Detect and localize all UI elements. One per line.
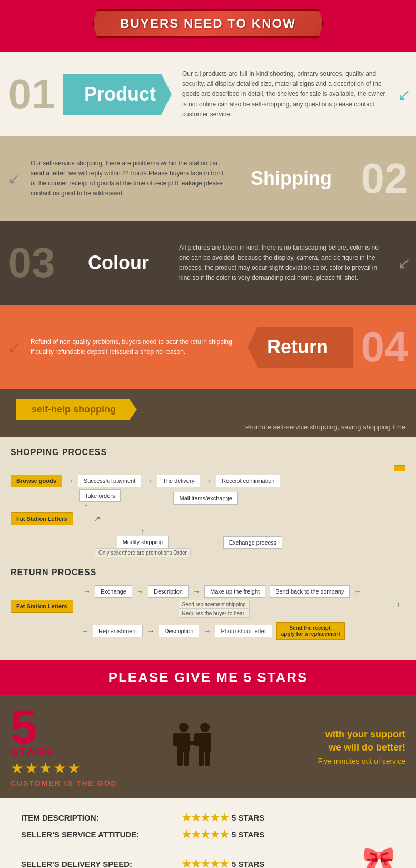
svg-rect-9 — [206, 733, 211, 746]
praise-box — [394, 465, 405, 471]
arrow-left-02: ↙ — [0, 170, 20, 188]
self-help-subtitle: Promote self-service shopping, saving sh… — [0, 423, 416, 431]
svg-rect-2 — [173, 733, 179, 746]
svg-rect-11 — [205, 750, 210, 766]
stars-header-title: PLEASE GIVE ME 5 STARS — [0, 669, 416, 686]
take-orders-box: Take orders — [79, 489, 121, 502]
arrow-left-04: ↙ — [0, 339, 20, 356]
modify-shipping-note: Only sellerthere are promotions Order — [95, 548, 191, 557]
support-sub-text: Five minutes out of service — [272, 757, 405, 765]
section-return: ↙ Refund of non-quality problems, buyers… — [0, 305, 416, 389]
self-help-banner: self-help shopping Promote self-service … — [0, 389, 416, 437]
rating-stars-2: ★★★★★ — [182, 828, 229, 841]
description-box1: Description — [148, 585, 189, 598]
arrow2: → — [145, 477, 153, 485]
red-bar — [0, 44, 416, 52]
receipt-confirmation-box: Receipt confirmation — [216, 475, 280, 487]
return-process-title: RETURN PROCESS — [11, 568, 405, 577]
section-colour: 03 Colour All pictures are taken in kind… — [0, 221, 416, 305]
rating-score-2: 5 STARS — [232, 830, 264, 839]
gold-bow: 🎀 — [362, 845, 395, 868]
rating-score-3: 5 STARS — [232, 860, 264, 869]
customer-label: CUSTOMER IS THE GOD — [11, 779, 117, 787]
rating-label-1: ITEM DESCRIPTION: — [21, 813, 179, 822]
svg-rect-12 — [188, 741, 201, 745]
send-receipt-box: Send the receipt,apply for a replacement — [276, 622, 345, 640]
ret-arrow6: → — [147, 627, 154, 635]
section-04-desc: Refund of non-quality problems, buyers n… — [20, 332, 247, 362]
rating-label-2: SELLER'S SERVICE ATTITUDE: — [21, 830, 179, 839]
fat-station-letters-box: Fat Station Letters — [11, 512, 73, 525]
photo-shoot-letter-box: Photo shoot letter — [215, 625, 272, 637]
section-shipping: ↙ Our self-service shopping, there are p… — [0, 136, 416, 221]
process-section: SHOPPING PROCESS Browse goods → Successf… — [0, 437, 416, 660]
rating-row-1: ITEM DESCRIPTION: ★★★★★ 5 STARS — [21, 811, 395, 824]
arrow4: ↗ — [94, 515, 101, 523]
successful-payment-box: Successful payment — [78, 475, 141, 487]
section-01-label: Product — [63, 74, 172, 115]
return-shipping-note2: Requires the buyer to bear — [179, 609, 250, 618]
replenishment-box: Replenishment — [93, 625, 143, 637]
header-section: BUYERS NEED TO KNOW — [0, 0, 416, 44]
section-product: 01 Product Our all products are full in-… — [0, 52, 416, 136]
support-main-text: with your supportwe will do better! — [272, 728, 405, 754]
silhouette-area — [128, 719, 262, 774]
section-01-desc: Our all products are full in-kind shooti… — [172, 64, 398, 125]
ret-arrow5: → — [81, 627, 88, 635]
return-shipping-note: Send replacement shipping — [179, 600, 250, 609]
stars-content: 5 STARS ★★★★★ CUSTOMER IS THE GOD wi — [0, 695, 416, 798]
exchange-process-box: Exchange process — [223, 536, 283, 549]
section-02-label: Shipping — [235, 158, 353, 199]
section-03-num: 03 — [0, 242, 63, 284]
send-back-company-box: Send back to the company — [270, 585, 350, 598]
arrow-right-01: ↙ — [398, 85, 416, 104]
mail-items-box: Mail items/exchange — [173, 492, 237, 505]
support-text: with your supportwe will do better! Five… — [272, 728, 405, 765]
header-title: BUYERS NEED TO KNOW — [120, 16, 296, 31]
shopping-flow-row1: Browse goods → Successful payment → The … — [11, 475, 405, 487]
ret-arrow4: ← — [354, 587, 361, 596]
svg-rect-10 — [199, 750, 204, 766]
rating-row-2: SELLER'S SERVICE ATTITUDE: ★★★★★ 5 STARS — [21, 828, 395, 841]
description-box2: Description — [159, 625, 199, 637]
delivery-box: The delivery — [157, 475, 200, 487]
people-silhouette — [163, 719, 226, 772]
rating-stars-3: ★★★★★ — [182, 857, 229, 868]
modify-shipping-box: Modify shipping — [117, 536, 169, 548]
ret-arrow2: → — [136, 587, 144, 596]
rating-stars-1: ★★★★★ — [182, 811, 229, 824]
fat-station-letters-return-box: Fat Station Letters — [11, 600, 73, 613]
star-icons: ★★★★★ — [11, 760, 117, 777]
rating-row-3: SELLER'S DELIVERY SPEED: ★★★★★ 5 STARS — [21, 857, 264, 868]
svg-rect-4 — [177, 750, 183, 766]
rating-label-3: SELLER'S DELIVERY SPEED: — [21, 860, 179, 869]
section-04-num: 04 — [353, 326, 416, 368]
stars-header: PLEASE GIVE ME 5 STARS — [0, 660, 416, 695]
shopping-flow-diagram: Browse goods → Successful payment → The … — [11, 465, 405, 557]
stars-left: 5 STARS ★★★★★ CUSTOMER IS THE GOD — [11, 706, 117, 787]
arrow5: → — [214, 538, 221, 547]
exchange-box: Exchange — [95, 585, 132, 598]
svg-rect-5 — [184, 750, 189, 766]
section-02-num: 02 — [353, 157, 416, 200]
big-5-number: 5 — [11, 706, 37, 748]
header-banner: BUYERS NEED TO KNOW — [92, 9, 324, 38]
ret-arrow3: → — [193, 587, 200, 596]
arrow3: → — [204, 477, 212, 485]
return-flow-upper: → Exchange → Description → Make up the f… — [11, 585, 405, 640]
ret-arrow7: → — [203, 627, 211, 635]
ret-arrow1: → — [83, 587, 91, 596]
arrow1: → — [66, 477, 74, 485]
section-03-label: Colour — [63, 242, 169, 283]
arrow-right-03: ↙ — [398, 254, 416, 272]
section-03-desc: All pictures are taken in kind, there is… — [169, 238, 398, 289]
ratings-section: ITEM DESCRIPTION: ★★★★★ 5 STARS SELLER'S… — [0, 798, 416, 868]
svg-point-6 — [200, 723, 210, 732]
make-up-freight-box: Make up the freight — [204, 585, 265, 598]
rating-score-1: 5 STARS — [232, 813, 264, 822]
self-help-label: self-help shopping — [16, 399, 137, 420]
browse-goods-box: Browse goods — [11, 475, 62, 487]
shopping-process-title: SHOPPING PROCESS — [11, 448, 405, 457]
section-01-num: 01 — [0, 73, 63, 115]
svg-point-0 — [179, 723, 189, 732]
